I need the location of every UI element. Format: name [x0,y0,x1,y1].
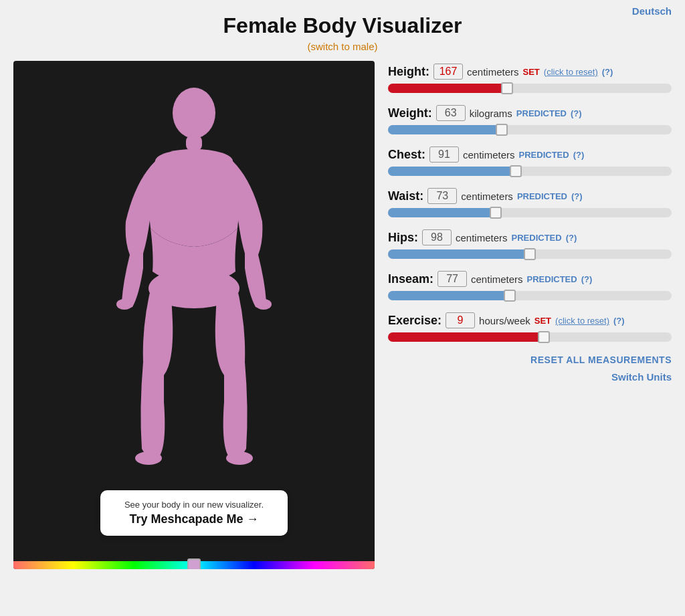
control-row-inseam: Inseam: 77 centimeters PREDICTED (?) [388,271,672,300]
value-box-inseam[interactable]: 77 [437,271,467,287]
label-hips: Hips: [388,231,418,245]
badge-predicted-chest: PREDICTED [519,150,569,160]
label-row-hips: Hips: 98 centimeters PREDICTED (?) [388,229,672,245]
svg-point-9 [256,299,272,310]
value-box-weight[interactable]: 63 [436,105,466,121]
label-row-exercise: Exercise: 9 hours/week SET (click to res… [388,312,672,328]
slider-fill-chest [388,167,516,176]
switch-gender-link[interactable]: (switch to male) [307,41,377,52]
svg-point-6 [135,451,162,465]
value-box-hips[interactable]: 98 [422,229,452,245]
slider-fill-hips [388,249,530,259]
slider-thumb-waist[interactable] [490,207,502,219]
svg-point-4 [197,182,221,201]
slider-thumb-weight[interactable] [496,124,508,136]
control-row-height: Height: 167 centimeters SET (click to re… [388,64,672,93]
slider-fill-inseam [388,291,510,300]
unit-waist: centimeters [461,191,513,202]
svg-point-8 [116,299,132,310]
page-title: Female Body Visualizer [13,13,672,38]
unit-weight: kilograms [470,108,512,119]
label-exercise: Exercise: [388,314,442,328]
slider-thumb-chest[interactable] [510,165,522,177]
page-wrapper: Deutsch Female Body Visualizer (switch t… [0,0,685,616]
control-row-weight: Weight: 63 kilograms PREDICTED (?) [388,105,672,134]
unit-inseam: centimeters [471,274,523,285]
slider-track-waist[interactable] [388,208,672,217]
label-weight: Weight: [388,106,432,120]
slider-track-inseam[interactable] [388,291,672,300]
label-row-height: Height: 167 centimeters SET (click to re… [388,64,672,80]
control-row-chest: Chest: 91 centimeters PREDICTED (?) [388,146,672,176]
slider-fill-height [388,84,507,93]
svg-point-0 [173,88,215,138]
switch-units-button[interactable]: Switch Units [611,371,672,383]
slider-track-exercise[interactable] [388,332,672,342]
controls-panel: Height: 167 centimeters SET (click to re… [388,61,672,383]
reset-link-height[interactable]: (click to reset) [544,67,598,77]
body-figure [94,74,294,529]
help-chest[interactable]: (?) [573,150,585,160]
unit-chest: centimeters [463,149,515,161]
meshcapade-banner[interactable]: See your body in our new visualizer. Try… [100,490,288,536]
top-right-lang[interactable]: Deutsch [632,5,672,17]
slider-thumb-height[interactable] [501,82,513,94]
slider-thumb-exercise[interactable] [538,331,550,343]
label-height: Height: [388,65,429,79]
banner-big-text[interactable]: Try Meshcapade Me → [115,512,273,526]
value-box-chest[interactable]: 91 [429,146,459,163]
value-box-waist[interactable]: 73 [427,188,457,204]
banner-small-text: See your body in our new visualizer. [115,500,273,510]
unit-height: centimeters [467,66,519,78]
label-inseam: Inseam: [388,272,433,286]
label-row-inseam: Inseam: 77 centimeters PREDICTED (?) [388,271,672,287]
slider-track-height[interactable] [388,84,672,93]
badge-set-height: SET [523,67,540,77]
slider-fill-waist [388,208,496,217]
slider-thumb-hips[interactable] [524,248,536,260]
switch-gender[interactable]: (switch to male) [13,41,672,53]
slider-fill-weight [388,125,502,134]
control-row-exercise: Exercise: 9 hours/week SET (click to res… [388,312,672,342]
main-content: See your body in our new visualizer. Try… [13,61,672,569]
label-row-chest: Chest: 91 centimeters PREDICTED (?) [388,146,672,163]
help-weight[interactable]: (?) [571,108,582,118]
control-row-waist: Waist: 73 centimeters PREDICTED (?) [388,188,672,217]
badge-predicted-waist: PREDICTED [517,191,567,201]
canvas-bottom-slider[interactable] [187,558,201,569]
slider-thumb-inseam[interactable] [504,290,516,302]
svg-point-3 [167,182,191,201]
svg-rect-1 [186,136,202,150]
reset-link-exercise[interactable]: (click to reset) [555,316,609,326]
control-row-hips: Hips: 98 centimeters PREDICTED (?) [388,229,672,259]
badge-predicted-weight: PREDICTED [516,108,567,118]
switch-units-row[interactable]: Switch Units [388,371,672,383]
label-row-weight: Weight: 63 kilograms PREDICTED (?) [388,105,672,121]
help-hips[interactable]: (?) [566,233,577,243]
slider-track-weight[interactable] [388,125,672,134]
deutsch-link[interactable]: Deutsch [632,5,672,17]
unit-exercise: hours/week [479,315,530,326]
reset-all-button[interactable]: RESET ALL MEASUREMENTS [530,354,672,365]
slider-track-chest[interactable] [388,167,672,176]
label-row-waist: Waist: 73 centimeters PREDICTED (?) [388,188,672,204]
badge-predicted-hips: PREDICTED [512,233,562,243]
badge-predicted-inseam: PREDICTED [527,274,577,284]
help-waist[interactable]: (?) [571,191,583,201]
help-height[interactable]: (?) [602,67,613,77]
help-exercise[interactable]: (?) [613,316,625,326]
badge-set-exercise: SET [534,316,551,326]
label-chest: Chest: [388,148,425,162]
slider-fill-exercise [388,332,544,342]
svg-point-7 [226,451,253,465]
unit-hips: centimeters [456,232,508,243]
help-inseam[interactable]: (?) [581,274,593,284]
body-canvas: See your body in our new visualizer. Try… [13,61,375,569]
label-waist: Waist: [388,189,423,203]
slider-track-hips[interactable] [388,249,672,259]
value-box-height[interactable]: 167 [433,64,463,80]
value-box-exercise[interactable]: 9 [446,312,475,328]
reset-all-row[interactable]: RESET ALL MEASUREMENTS [388,354,672,366]
